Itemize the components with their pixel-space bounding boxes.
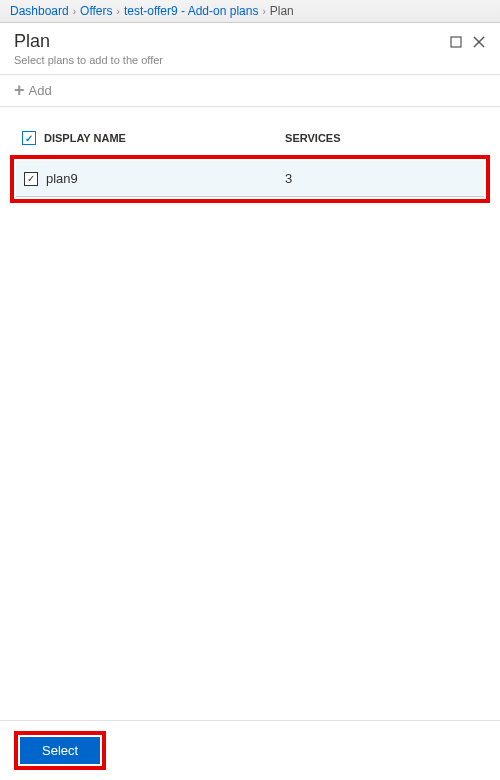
breadcrumb: Dashboard › Offers › test-offer9 - Add-o… bbox=[0, 0, 500, 23]
plus-icon: + bbox=[14, 85, 25, 96]
svg-rect-0 bbox=[451, 37, 461, 47]
chevron-right-icon: › bbox=[73, 6, 76, 17]
add-label: Add bbox=[29, 83, 52, 98]
page-title: Plan bbox=[14, 31, 450, 52]
blade-header: Plan Select plans to add to the offer bbox=[0, 23, 500, 75]
page-subtitle: Select plans to add to the offer bbox=[14, 54, 450, 66]
select-button[interactable]: Select bbox=[20, 737, 100, 764]
maximize-icon[interactable] bbox=[450, 36, 462, 48]
table-header-row: ✓ DISPLAY NAME SERVICES bbox=[14, 127, 486, 149]
breadcrumb-link-dashboard[interactable]: Dashboard bbox=[10, 4, 69, 18]
chevron-right-icon: › bbox=[117, 6, 120, 17]
footer-bar: Select bbox=[0, 720, 500, 780]
breadcrumb-link-offers[interactable]: Offers bbox=[80, 4, 112, 18]
close-icon[interactable] bbox=[472, 35, 486, 49]
select-all-checkbox[interactable]: ✓ bbox=[22, 131, 36, 145]
chevron-right-icon: › bbox=[262, 6, 265, 17]
col-services: SERVICES bbox=[285, 132, 486, 144]
breadcrumb-current: Plan bbox=[270, 4, 294, 18]
row-checkbox[interactable]: ✓ bbox=[24, 172, 38, 186]
row-services: 3 bbox=[285, 171, 484, 186]
table-row[interactable]: ✓ plan9 3 bbox=[16, 161, 484, 197]
highlighted-row-callout: ✓ plan9 3 bbox=[10, 155, 490, 203]
highlighted-button-callout: Select bbox=[14, 731, 106, 770]
add-button[interactable]: + Add bbox=[0, 75, 500, 107]
plans-table: ✓ DISPLAY NAME SERVICES bbox=[14, 127, 486, 149]
col-display-name: DISPLAY NAME bbox=[44, 132, 285, 144]
breadcrumb-link-offer-addon[interactable]: test-offer9 - Add-on plans bbox=[124, 4, 259, 18]
row-name: plan9 bbox=[46, 171, 285, 186]
